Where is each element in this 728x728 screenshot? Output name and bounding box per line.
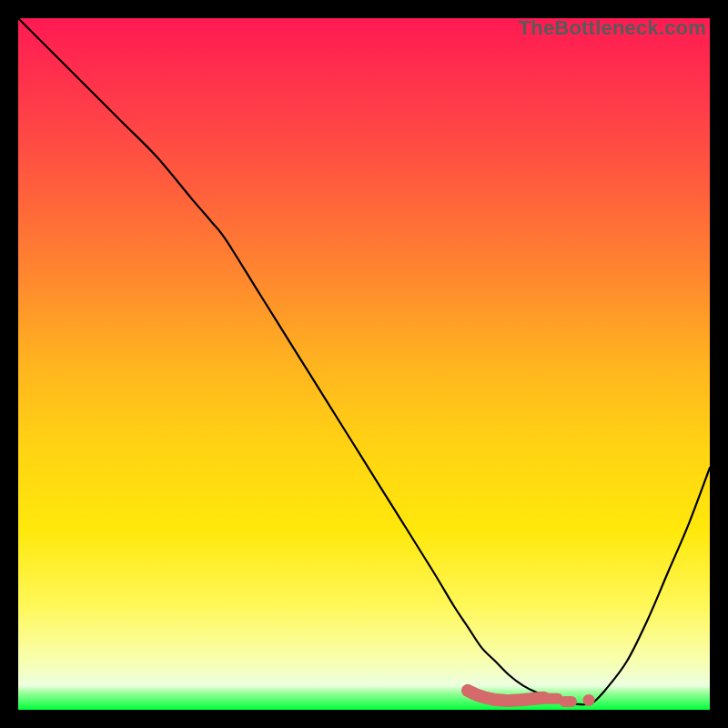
watermark-text: TheBottleneck.com bbox=[519, 16, 706, 40]
bottleneck-chart bbox=[18, 18, 710, 710]
chart-frame: TheBottleneck.com bbox=[18, 18, 710, 710]
optimum-dot bbox=[583, 694, 595, 706]
